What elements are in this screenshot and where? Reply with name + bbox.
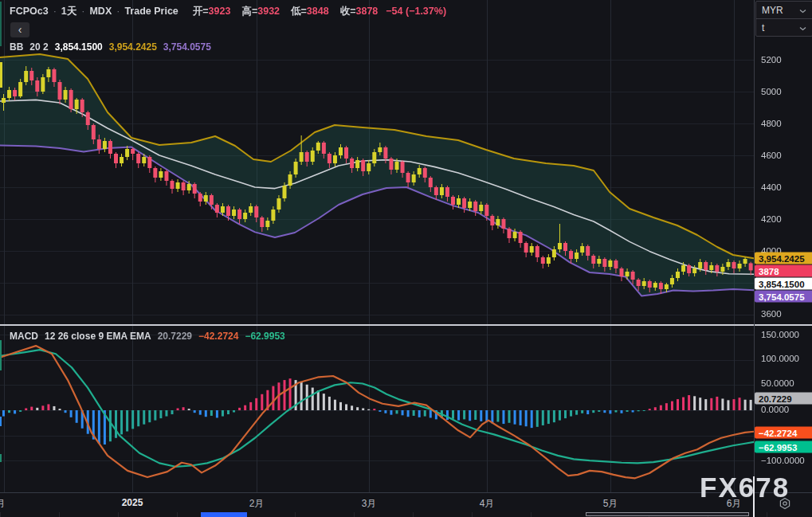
macd-params: 12 26 close 9 EMA EMA (45, 331, 151, 342)
separator: · (116, 6, 120, 17)
back-button[interactable]: ‹ (10, 22, 29, 37)
macd-signal-badge: −62.9953 (755, 441, 812, 453)
price-axis-label: 3600 (761, 309, 782, 319)
ohlc-value: 3878 (355, 6, 378, 17)
trading-chart-screen: FCPOc3 · 1天 · MDX · Trade Price 开=3923高=… (0, 0, 812, 517)
chevron-down-icon (799, 22, 806, 33)
time-axis[interactable]: 12月20252月3月4月5月6月 (0, 492, 812, 513)
bb-basis-badge: 3,854.1500 (755, 278, 812, 290)
ohlc-item: 高=3932 (237, 5, 280, 18)
price-axis-label: 5200 (761, 55, 782, 65)
time-axis-label: 5月 (603, 497, 618, 511)
macd-name: MACD (10, 331, 38, 342)
ohlc-value: 3848 (307, 6, 329, 17)
series-type: Trade Price (124, 6, 178, 17)
macd-axis-label: 100.0000 (761, 354, 799, 363)
dropdown-t[interactable]: t (756, 18, 812, 36)
symbol-name[interactable]: FCPOc3 (10, 6, 49, 17)
ohlc-label: 高= (241, 6, 257, 17)
macd-line-badge: −42.2724 (755, 427, 812, 439)
scrollbar-active-segment[interactable] (201, 512, 247, 517)
scrollbar-visible-range[interactable] (586, 512, 749, 516)
chevron-down-icon (799, 5, 806, 16)
watermark: FX678 (700, 472, 790, 503)
separator: · (53, 6, 57, 17)
macd-axis-label: −100.0000 (761, 456, 805, 465)
time-axis-label: 3月 (362, 497, 377, 511)
ohlc-value: 3923 (209, 6, 231, 17)
price-axis-label: 4200 (761, 214, 782, 224)
change-value: −54 (−1.37%) (386, 6, 446, 17)
bb-indicator-row[interactable]: BB 20 2 3,854.1500 3,954.2425 3,754.0575 (10, 41, 211, 53)
dropdown-myr[interactable]: MYR (756, 2, 812, 18)
time-axis-label: 12月 (0, 497, 6, 511)
time-axis-label: 4月 (480, 497, 495, 511)
edge-sliver (0, 62, 2, 88)
bb-params: 20 2 (29, 41, 48, 53)
bb-basis-value: 3,854.1500 (55, 41, 103, 53)
time-axis-label: 2025 (122, 497, 143, 508)
ohlc-item: 低=3848 (286, 5, 329, 18)
macd-line-value: −42.2724 (198, 331, 238, 342)
separator: · (81, 6, 84, 17)
price-axis-label: 4400 (761, 182, 782, 192)
bb-upper-badge: 3,954.2425 (755, 253, 812, 264)
macd-indicator-row[interactable]: MACD 12 26 close 9 EMA EMA 20.7229 −42.2… (10, 330, 285, 343)
dropdown-value: t (762, 22, 764, 33)
ohlc-value: 3932 (257, 6, 280, 17)
macd-axis[interactable]: 150.0000100.000050.00000.0000−100.000020… (754, 326, 812, 492)
bb-lower-badge: 3,754.0575 (755, 291, 812, 303)
edge-sliver (0, 417, 2, 426)
macd-hist-value: 20.7229 (158, 331, 192, 342)
exchange: MDX (89, 6, 112, 17)
edge-sliver (0, 2, 2, 46)
macd-axis-label: 150.0000 (761, 330, 799, 339)
edge-sliver (0, 340, 2, 370)
horizontal-scrollbar[interactable] (0, 512, 812, 517)
time-axis-label: 2月 (249, 497, 265, 511)
pane-separator[interactable] (0, 324, 812, 326)
macd-hist-badge: 20.7229 (755, 393, 812, 405)
bb-name: BB (10, 41, 23, 53)
ohlc-values: 开=3923高=3932低=3848收=3878 (183, 5, 379, 18)
price-axis-label: 4600 (761, 151, 782, 160)
edge-sliver (0, 454, 2, 462)
ohlc-label: 低= (291, 6, 307, 17)
macd-axis-label: 50.0000 (761, 378, 794, 388)
ohlc-label: 开= (193, 6, 209, 17)
currency-unit-panel: MYRt (755, 1, 812, 37)
price-axis[interactable]: 520050004800460044004200400036003,954.24… (754, 0, 812, 324)
symbol-header: FCPOc3 · 1天 · MDX · Trade Price 开=3923高=… (10, 4, 446, 18)
ohlc-item: 收=3878 (335, 5, 379, 18)
main-chart-canvas[interactable] (0, 0, 754, 492)
price-axis-label: 5000 (761, 87, 782, 96)
macd-signal-value: −62.9953 (245, 331, 284, 342)
dropdown-value: MYR (762, 5, 783, 16)
ohlc-label: 收= (340, 6, 356, 17)
bb-lower-value: 3,754.0575 (163, 41, 211, 53)
bb-upper-value: 3,954.2425 (109, 41, 157, 53)
macd-axis-label: 0.0000 (761, 405, 789, 414)
price-axis-label: 4800 (761, 119, 782, 128)
interval[interactable]: 1天 (61, 5, 76, 18)
ohlc-item: 开=3923 (188, 5, 231, 18)
last-price-badge: 3878 (755, 265, 812, 277)
